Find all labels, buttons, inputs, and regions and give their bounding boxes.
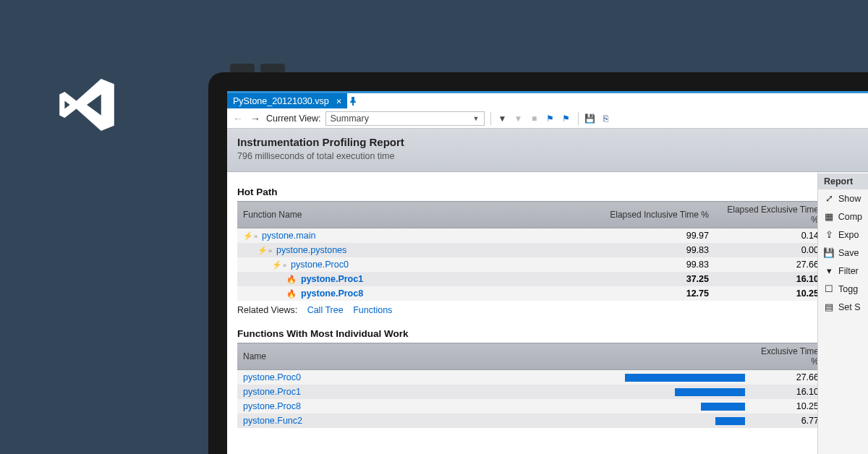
action-label: Expo xyxy=(838,230,859,240)
export-icon[interactable]: ⎘ xyxy=(600,113,612,124)
current-view-label: Current View: xyxy=(266,113,321,124)
pin-tab-icon[interactable] xyxy=(347,93,359,108)
filter-icon[interactable]: ▼ xyxy=(497,113,509,124)
report-title: Instrumentation Profiling Report xyxy=(237,136,858,148)
flame-icon: 🔥 xyxy=(286,275,297,284)
function-link[interactable]: pystone.Proc8 xyxy=(301,288,363,299)
table-row[interactable]: 🔥pystone.Proc812.7510.25 xyxy=(237,286,817,301)
action-label: Set S xyxy=(838,302,861,312)
table-row[interactable]: pystone.Proc027.66 xyxy=(237,370,817,385)
chevron-down-icon: ▼ xyxy=(473,115,480,122)
related-label: Related Views: xyxy=(237,305,297,315)
report-action-item[interactable]: ▾Filter xyxy=(818,262,868,280)
exclusive-time-bar xyxy=(701,403,746,411)
tab-title: PyStone_20121030.vsp xyxy=(233,96,329,106)
report-action-item[interactable]: ☐Togg xyxy=(818,280,868,298)
profiler-toolbar: ← → Current View: Summary ▼ ▼ ▼ ■ ⚑ ⚑ 💾 … xyxy=(227,108,868,129)
document-tab[interactable]: PyStone_20121030.vsp × xyxy=(227,93,347,108)
document-tab-strip: PyStone_20121030.vsp × xyxy=(227,91,868,108)
report-action-item[interactable]: ▤Set S xyxy=(818,298,868,316)
action-icon: ☐ xyxy=(824,283,834,294)
flame-icon: 🔥 xyxy=(286,289,297,299)
call-icon: ⚡ xyxy=(243,231,258,241)
action-label: Show xyxy=(838,194,861,204)
function-link[interactable]: pystone.Proc1 xyxy=(243,387,301,397)
action-label: Filter xyxy=(838,266,859,276)
action-label: Togg xyxy=(838,284,858,294)
call-icon: ⚡ xyxy=(258,246,272,255)
action-icon: ▦ xyxy=(824,211,834,222)
function-link[interactable]: pystone.main xyxy=(262,231,315,241)
visual-studio-logo-icon xyxy=(54,72,119,140)
table-row[interactable]: pystone.Proc810.25 xyxy=(237,399,817,414)
report-action-item[interactable]: ▦Comp xyxy=(818,207,868,226)
table-row[interactable]: 🔥pystone.Proc137.2516.10 xyxy=(237,272,817,286)
table-row[interactable]: pystone.Proc116.10 xyxy=(237,385,817,399)
table-row[interactable]: pystone.Func26.77 xyxy=(237,414,817,428)
function-link[interactable]: pystone.Proc0 xyxy=(243,372,301,382)
hot-path-heading: Hot Path xyxy=(237,187,817,197)
link-call-tree[interactable]: Call Tree xyxy=(307,305,344,315)
col-inclusive[interactable]: Elapsed Inclusive Time % xyxy=(599,202,715,228)
most-work-heading: Functions With Most Individual Work xyxy=(237,328,817,339)
call-icon: ⚡ xyxy=(272,260,286,270)
nav-forward-button[interactable]: → xyxy=(249,113,262,124)
action-label: Save xyxy=(838,248,859,258)
save-icon[interactable]: 💾 xyxy=(584,113,596,124)
report-header: Instrumentation Profiling Report 796 mil… xyxy=(227,129,868,172)
current-view-dropdown[interactable]: Summary ▼ xyxy=(326,111,485,126)
function-link[interactable]: pystone.Proc0 xyxy=(291,260,349,270)
col-exclusive[interactable]: Elapsed Exclusive Time % xyxy=(715,202,817,228)
action-icon: ⇪ xyxy=(824,229,834,240)
col-excl-time[interactable]: Exclusive Time % xyxy=(751,343,817,370)
current-view-value: Summary xyxy=(331,113,369,124)
exclusive-time-bar xyxy=(675,388,745,396)
table-row[interactable]: ⚡pystone.main99.970.14 xyxy=(237,228,817,244)
col-function-name[interactable]: Function Name xyxy=(237,202,599,228)
exclusive-time-bar xyxy=(625,374,745,382)
nav-back-button[interactable]: ← xyxy=(231,113,244,124)
table-row[interactable]: ⚡pystone.Proc099.8327.66 xyxy=(237,257,817,272)
device-frame: PyStone_20121030.vsp × ← → Current View:… xyxy=(208,58,868,454)
report-subtitle: 796 milliseconds of total execution time xyxy=(237,151,858,161)
related-views: Related Views: Call Tree Functions xyxy=(237,305,817,315)
noise-reduction-icon[interactable]: ⚑ xyxy=(545,113,556,124)
app-window: PyStone_20121030.vsp × ← → Current View:… xyxy=(227,91,868,454)
function-link[interactable]: pystone.Proc1 xyxy=(301,274,363,284)
report-action-item[interactable]: ⇪Expo xyxy=(818,226,868,244)
most-work-table: Name Exclusive Time % pystone.Proc027.66… xyxy=(237,343,817,428)
function-link[interactable]: pystone.Func2 xyxy=(243,416,302,426)
noise-reduction2-icon[interactable]: ⚑ xyxy=(561,113,572,124)
stop-icon: ■ xyxy=(529,113,540,124)
report-actions-panel: Report ⤢Show▦Comp⇪Expo💾Save▾Filter☐Togg▤… xyxy=(817,172,868,454)
hot-path-table: Function Name Elapsed Inclusive Time % E… xyxy=(237,201,817,301)
function-link[interactable]: pystone.Proc8 xyxy=(243,401,301,411)
filter-disabled-icon: ▼ xyxy=(513,113,524,124)
report-actions-heading: Report xyxy=(818,174,868,189)
col-name[interactable]: Name xyxy=(237,343,613,370)
action-icon: ⤢ xyxy=(824,193,834,204)
report-action-item[interactable]: 💾Save xyxy=(818,244,868,262)
link-functions[interactable]: Functions xyxy=(353,305,392,315)
report-action-item[interactable]: ⤢Show xyxy=(818,189,868,207)
close-tab-icon[interactable]: × xyxy=(336,95,342,106)
action-icon: ▾ xyxy=(824,265,834,276)
exclusive-time-bar xyxy=(715,417,745,425)
function-link[interactable]: pystone.pystones xyxy=(276,245,346,255)
action-icon: ▤ xyxy=(824,301,834,312)
action-label: Comp xyxy=(838,212,862,222)
table-row[interactable]: ⚡pystone.pystones99.830.00 xyxy=(237,243,817,257)
action-icon: 💾 xyxy=(824,247,834,258)
